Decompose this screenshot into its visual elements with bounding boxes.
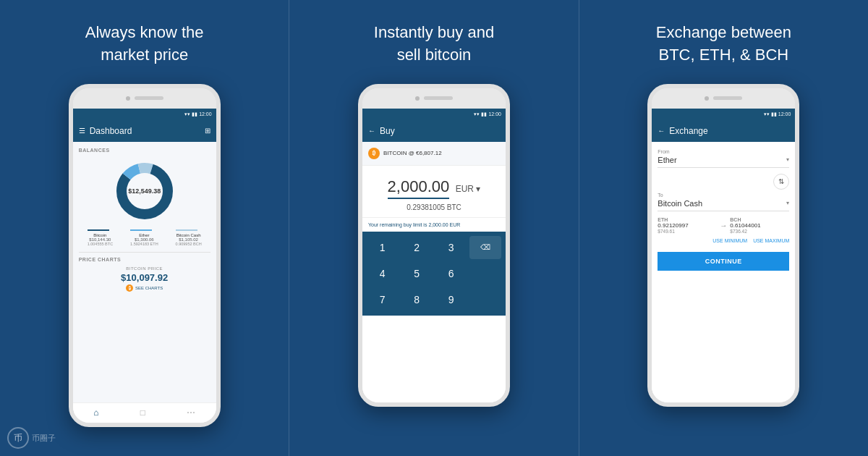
- from-arrow-icon: ▾: [786, 156, 789, 163]
- from-value: Ether: [658, 156, 676, 164]
- status-bar-1: ▾▾ ▮▮ 12:00: [73, 109, 216, 120]
- legend-ether: Ether $1,300.06 1.5924183 ETH: [130, 229, 158, 246]
- conversion-row: ETH 0.92120997 $749.61 → BCH 0.61044001 …: [658, 217, 789, 234]
- eth-usd: $749.61: [658, 229, 717, 234]
- wifi-icon-3: ▾▾: [764, 111, 770, 117]
- app-bar-dashboard: ☰ Dashboard ⊞: [73, 120, 216, 142]
- status-bar-3: ▾▾ ▮▮ 12:00: [652, 109, 795, 120]
- legend-bitcoin: Bitcoin $10,144.30 1.004555 BTC: [88, 229, 113, 246]
- donut-total: $12,549.38: [128, 187, 161, 195]
- panel-dashboard: Always know the market price ▾▾ ▮▮ 12:00…: [0, 0, 289, 456]
- phone-screen-dashboard: ▾▾ ▮▮ 12:00 ☰ Dashboard ⊞ BALANCES: [73, 109, 216, 423]
- numpad-5[interactable]: 5: [401, 262, 433, 285]
- numpad-1[interactable]: 1: [367, 236, 399, 259]
- wm-text: 币圈子: [32, 433, 56, 444]
- numpad-backspace[interactable]: ⌫: [469, 236, 501, 259]
- panel1-title: Always know the market price: [85, 22, 204, 67]
- continue-button[interactable]: CONTINUE: [658, 252, 789, 271]
- see-charts-label: SEE CHARTS: [135, 286, 163, 290]
- watermark: 币 币圈子: [7, 427, 56, 449]
- balances-legend: Bitcoin $10,144.30 1.004555 BTC Ether $1…: [79, 229, 210, 246]
- phone-speaker-1: [135, 96, 163, 100]
- numpad-6[interactable]: 6: [435, 262, 467, 285]
- swap-icon-container: ⇅: [658, 174, 789, 190]
- btc-icon: ₿: [368, 148, 380, 159]
- price-charts-label: PRICE CHARTS: [79, 257, 210, 262]
- numpad-4[interactable]: 4: [367, 262, 399, 285]
- phone-top-1: [73, 88, 216, 109]
- coin-label: BITCOIN @ €6,807.12: [383, 150, 442, 156]
- numpad-7[interactable]: 7: [367, 288, 399, 311]
- use-minimum-btn[interactable]: USE MINIMUM: [712, 238, 747, 243]
- conversion-left: ETH 0.92120997 $749.61: [658, 217, 717, 234]
- currency-tag: EUR ▾: [456, 184, 481, 194]
- qr-icon[interactable]: ⊞: [205, 127, 210, 135]
- bottom-nav-dashboard: ⌂ □ ⋯: [73, 402, 216, 423]
- to-arrow-icon: ▾: [786, 200, 789, 206]
- from-field: From Ether ▾: [658, 149, 789, 168]
- to-field: To Bitcoin Cash ▾: [658, 193, 789, 211]
- to-select[interactable]: Bitcoin Cash ▾: [658, 199, 789, 211]
- legend-bch-usd: $1,105.02: [176, 237, 202, 242]
- eth-amount: 0.92120997: [658, 222, 717, 229]
- numpad-empty1: [469, 262, 501, 285]
- status-time-2: 12:00: [488, 111, 501, 117]
- numpad-9[interactable]: 9: [435, 288, 467, 311]
- bch-amount: 0.61044001: [730, 222, 789, 229]
- status-time-1: 12:00: [199, 111, 212, 117]
- panel2-title: Instantly buy and sell bitcoin: [374, 22, 494, 67]
- dashboard-title: Dashboard: [90, 126, 200, 136]
- panel-buy: Instantly buy and sell bitcoin ▾▾ ▮▮ 12:…: [289, 0, 579, 456]
- price-value: $10,097.92: [79, 272, 210, 283]
- buy-title: Buy: [380, 126, 500, 136]
- battery-icon-2: ▮▮: [481, 111, 487, 117]
- btc-amount-display: 0.29381005 BTC: [368, 203, 500, 211]
- price-chart-section: BITCOIN PRICE $10,097.92 ₿ SEE CHARTS: [79, 266, 210, 292]
- numpad: 1 2 3 ⌫ 4 5 6 7 8 9: [362, 232, 506, 316]
- wm-symbol: 币: [7, 427, 29, 449]
- coin-row: ₿ BITCOIN @ €6,807.12: [362, 142, 506, 166]
- bch-label: BCH: [730, 217, 789, 222]
- from-select[interactable]: Ether ▾: [658, 156, 789, 168]
- numpad-3[interactable]: 3: [435, 236, 467, 259]
- status-bar-2: ▾▾ ▮▮ 12:00: [362, 109, 506, 120]
- wifi-icon: ▾▾: [184, 111, 190, 117]
- buy-content: ₿ BITCOIN @ €6,807.12 2,000.00 EUR ▾ 0.2…: [362, 142, 506, 402]
- phone-top-2: [362, 88, 506, 109]
- amount-display-wrap: 2,000.00 EUR ▾: [368, 177, 500, 199]
- phone-screen-exchange: ▾▾ ▮▮ 12:00 ← Exchange From Ether ▾: [652, 109, 795, 402]
- swap-button[interactable]: ⇅: [773, 174, 789, 190]
- exchange-content: From Ether ▾ ⇅ To Bitcoin Cash ▾: [652, 142, 795, 402]
- phone-dashboard: ▾▾ ▮▮ 12:00 ☰ Dashboard ⊞ BALANCES: [69, 84, 221, 427]
- legend-btc-crypto: 1.004555 BTC: [88, 242, 113, 246]
- status-time-3: 12:00: [778, 111, 791, 117]
- back-icon-exchange[interactable]: ←: [658, 127, 665, 135]
- panel-exchange: Exchange between BTC, ETH, & BCH ▾▾ ▮▮ 1…: [579, 0, 868, 456]
- numpad-2[interactable]: 2: [401, 236, 433, 259]
- limit-amount: 2,000.00 EUR: [428, 222, 460, 227]
- back-icon-buy[interactable]: ←: [368, 127, 375, 135]
- phone-speaker-2: [424, 96, 453, 100]
- legend-btc-usd: $10,144.30: [88, 237, 113, 242]
- numpad-8[interactable]: 8: [401, 288, 433, 311]
- phone-screen-buy: ▾▾ ▮▮ 12:00 ← Buy ₿ BITCOIN @ €6,807.12: [362, 109, 506, 402]
- phone-camera-3: [705, 96, 709, 101]
- balances-label: BALANCES: [79, 148, 210, 153]
- amount-section: 2,000.00 EUR ▾ 0.29381005 BTC: [362, 166, 506, 217]
- phone-camera-1: [126, 96, 130, 101]
- donut-wrap: $12,549.38: [112, 159, 177, 224]
- app-bar-exchange: ← Exchange: [652, 120, 795, 142]
- menu-icon[interactable]: ☰: [79, 127, 85, 135]
- divider-1: [79, 252, 210, 253]
- phone-top-3: [652, 88, 795, 109]
- phone-buy: ▾▾ ▮▮ 12:00 ← Buy ₿ BITCOIN @ €6,807.12: [358, 84, 510, 407]
- more-nav-icon[interactable]: ⋯: [187, 408, 195, 418]
- home-nav-icon[interactable]: ⌂: [93, 408, 98, 418]
- use-maximum-btn[interactable]: USE MAXIMUM: [753, 238, 789, 243]
- conversion-right: BCH 0.61044001 $736.42: [730, 217, 789, 234]
- use-minmax-row: USE MINIMUM USE MAXIMUM: [658, 238, 789, 243]
- send-nav-icon[interactable]: □: [140, 408, 145, 418]
- legend-line-btc: [88, 229, 109, 231]
- see-charts-btn[interactable]: ₿ SEE CHARTS: [79, 284, 210, 292]
- limit-static-text: Your remaining buy limit is: [368, 222, 427, 227]
